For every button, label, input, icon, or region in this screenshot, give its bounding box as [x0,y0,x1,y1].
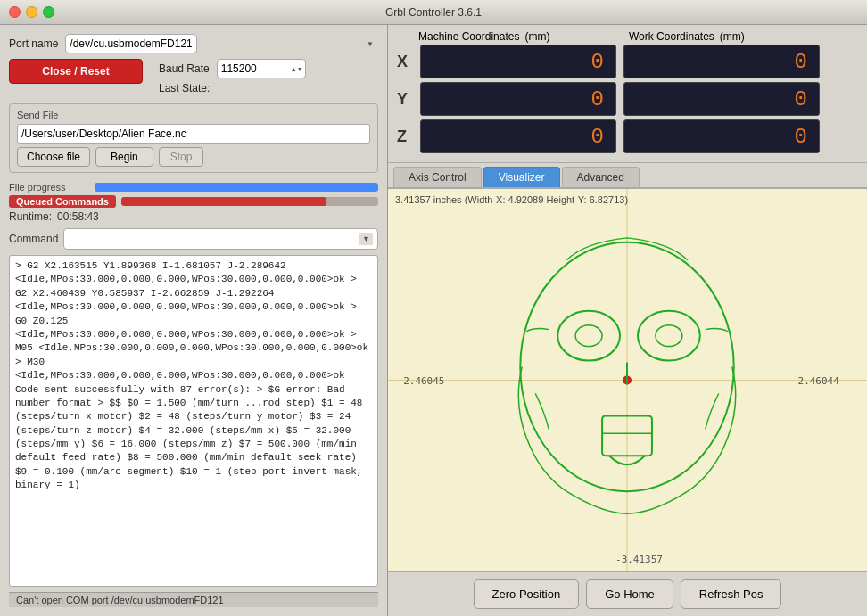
minimize-window-btn[interactable] [26,6,37,18]
visualizer-area: 3.41357 inches (Width-X: 4.92089 Height-… [388,189,867,571]
top-controls: Close / Reset Baud Rate 115200 Last Stat… [9,59,378,94]
baud-select[interactable]: 115200 [217,59,306,78]
y-axis-label: Y [397,90,413,109]
runtime-value: 00:58:43 [57,210,99,223]
x-axis-row: X 0 0 [397,45,858,78]
app-title: Grbl Controller 3.6.1 [385,6,482,19]
queued-commands-label: Queued Commands [9,195,116,208]
z-axis-row: Z 0 0 [397,119,858,153]
zero-position-button[interactable]: Zero Position [474,579,580,609]
z-axis-label: Z [397,127,413,146]
file-buttons: Choose file Begin Stop [17,147,370,167]
console-area[interactable]: > G2 X2.163515 Y1.899368 I-1.681057 J-2.… [9,255,378,587]
tabs-row: Axis Control Visualizer Advanced [388,163,867,189]
runtime-label: Runtime: [9,210,52,223]
file-progress-bar-bg [95,183,378,192]
vis-x-pos-label: 2.46044 [798,375,840,387]
work-z-value: 0 [795,125,810,149]
machine-x-value: 0 [591,50,607,74]
file-progress-row: File progress [9,182,378,193]
machine-z-display: 0 [420,119,616,153]
send-file-label: Send File [17,110,370,120]
vis-info: 3.41357 inches (Width-X: 4.92089 Height-… [395,194,628,205]
file-progress-bar-fill [95,183,378,192]
window-controls[interactable] [9,6,54,18]
title-bar: Grbl Controller 3.6.1 [0,0,867,25]
coords-section: Machine Coordinates (mm) Work Coordinate… [388,25,867,163]
go-home-button[interactable]: Go Home [586,579,673,609]
work-z-display: 0 [623,119,820,153]
refresh-pos-button[interactable]: Refresh Pos [681,579,782,609]
tab-advanced[interactable]: Advanced [562,167,640,187]
machine-coords-label: Machine Coordinates [418,30,519,43]
command-select-wrapper [63,228,378,250]
command-select[interactable] [63,228,378,250]
machine-coords-mm: (mm) [524,30,549,43]
work-y-value: 0 [795,87,810,111]
send-file-group: Send File Choose file Begin Stop [9,103,378,173]
baud-rate-label: Baud Rate [159,62,210,75]
begin-button[interactable]: Begin [95,147,153,167]
command-label: Command [9,233,58,245]
command-row: Command [9,228,378,250]
progress-section: File progress Queued Commands Runtime: 0… [9,182,378,223]
machine-coords-header: Machine Coordinates (mm) [418,30,622,43]
baud-section: Baud Rate 115200 Last State: [159,59,306,94]
machine-y-value: 0 [591,87,607,111]
queued-progress-bar-fill [121,197,326,206]
port-select-wrapper: /dev/cu.usbmodemFD121 [65,34,378,53]
work-coords-header: Work Coordinates (mm) [629,30,745,43]
status-bar: Can't open COM port /dev/cu.usbmodemFD12… [9,592,378,607]
close-reset-button[interactable]: Close / Reset [9,59,143,84]
work-coords-label: Work Coordinates [629,30,714,43]
x-axis-label: X [397,53,413,71]
queued-commands-row: Queued Commands [9,195,378,208]
left-panel: Port name /dev/cu.usbmodemFD121 Close / … [0,25,388,616]
y-axis-row: Y 0 0 [397,82,858,116]
baud-inner: Baud Rate 115200 [159,59,306,78]
tab-visualizer[interactable]: Visualizer [483,167,560,187]
work-coords-mm: (mm) [720,30,745,43]
last-state-row: Last State: [159,82,306,94]
runtime-row: Runtime: 00:58:43 [9,210,378,223]
vis-y-neg-label: -3.41357 [615,554,663,565]
visualizer-svg: -2.46045 2.46044 -3.41357 [388,189,867,571]
last-state-label: Last State: [159,82,210,94]
stop-button[interactable]: Stop [159,147,204,167]
machine-z-value: 0 [591,125,607,149]
baud-select-wrapper: 115200 [217,59,306,78]
file-path-input[interactable] [17,124,370,144]
port-name-label: Port name [9,37,58,50]
file-progress-label: File progress [9,182,89,193]
maximize-window-btn[interactable] [43,6,54,18]
machine-y-display: 0 [420,82,616,116]
bottom-buttons: Zero Position Go Home Refresh Pos [388,571,867,616]
vis-x-neg-label: -2.46045 [398,375,445,387]
work-y-display: 0 [623,82,820,116]
work-x-display: 0 [623,45,820,78]
tab-axis-control[interactable]: Axis Control [393,167,482,187]
close-window-btn[interactable] [9,6,21,18]
machine-x-display: 0 [420,45,616,78]
choose-file-button[interactable]: Choose file [17,147,90,167]
port-row: Port name /dev/cu.usbmodemFD121 [9,34,378,53]
queued-progress-bar-bg [121,197,378,206]
work-x-value: 0 [795,50,810,74]
right-panel: Machine Coordinates (mm) Work Coordinate… [388,25,867,616]
coords-top-labels: Machine Coordinates (mm) Work Coordinate… [418,30,858,43]
port-select[interactable]: /dev/cu.usbmodemFD121 [65,34,197,53]
